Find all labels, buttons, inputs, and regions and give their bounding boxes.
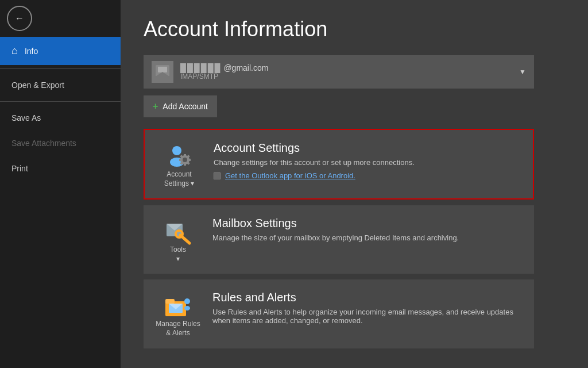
- home-icon: ⌂: [11, 45, 18, 57]
- plus-icon: +: [153, 101, 158, 112]
- main-content: Account Information ██████ @gmail.com IM…: [121, 0, 588, 368]
- tools-card-label: Tools▾: [170, 246, 186, 263]
- link-checkbox-icon: [214, 172, 220, 179]
- account-settings-card-label: AccountSettings ▾: [164, 170, 195, 188]
- mailbox-settings-desc: Manage the size of your mailbox by empty…: [212, 233, 523, 242]
- rules-alerts-title: Rules and Alerts: [212, 291, 523, 304]
- svg-point-6: [183, 158, 187, 162]
- rules-icon: [164, 292, 192, 320]
- divider-2: [0, 101, 121, 102]
- sidebar-item-label: Info: [25, 47, 38, 56]
- divider-1: [0, 68, 121, 69]
- rules-alerts-card[interactable]: Manage Rules& Alerts Rules and Alerts Us…: [144, 279, 534, 348]
- email-domain: @gmail.com: [223, 63, 268, 72]
- outlook-app-link-text: Get the Outlook app for iOS or Android.: [225, 171, 355, 180]
- account-settings-card-body: Account Settings Change settings for thi…: [214, 140, 521, 180]
- sidebar-item-info[interactable]: ⌂ Info: [0, 37, 121, 65]
- rules-card-label: Manage Rules& Alerts: [156, 320, 200, 338]
- svg-rect-7: [184, 154, 186, 156]
- add-account-label: Add Account: [163, 102, 208, 111]
- email-prefix: ██████: [180, 63, 222, 72]
- account-settings-desc: Change settings for this account or set …: [214, 158, 521, 167]
- rules-alerts-card-body: Rules and Alerts Use Rules and Alerts to…: [212, 290, 523, 329]
- account-avatar-icon: [154, 64, 171, 80]
- tools-icon: [164, 218, 192, 246]
- svg-rect-8: [184, 163, 186, 166]
- page-title: Account Information: [144, 17, 565, 41]
- sidebar-item-save-as[interactable]: Save As: [0, 105, 121, 131]
- svg-rect-1: [158, 67, 167, 72]
- sidebar: ← ⌂ Info Open & Export Save As Save Atta…: [0, 0, 121, 368]
- rules-alerts-icon-area: Manage Rules& Alerts: [155, 290, 201, 338]
- sidebar-item-save-attachments: Save Attachments: [0, 131, 121, 156]
- dropdown-arrow-icon: ▼: [519, 68, 526, 76]
- mailbox-settings-card-body: Mailbox Settings Manage the size of your…: [212, 216, 523, 247]
- mailbox-settings-icon-area: Tools▾: [155, 216, 201, 263]
- account-selector[interactable]: ██████ @gmail.com IMAP/SMTP ▼: [144, 55, 534, 89]
- account-settings-title: Account Settings: [214, 141, 521, 155]
- sidebar-item-print[interactable]: Print: [0, 156, 121, 181]
- svg-point-23: [184, 298, 190, 304]
- back-button[interactable]: ←: [7, 6, 32, 31]
- sidebar-item-label: Print: [11, 164, 28, 173]
- account-type: IMAP/SMTP: [180, 72, 512, 80]
- svg-rect-9: [179, 159, 181, 161]
- account-email: ██████ @gmail.com: [180, 63, 512, 72]
- outlook-app-link[interactable]: Get the Outlook app for iOS or Android.: [214, 171, 521, 180]
- rules-alerts-desc: Use Rules and Alerts to help organize yo…: [212, 308, 523, 325]
- add-account-button[interactable]: + Add Account: [144, 95, 217, 117]
- mailbox-settings-card[interactable]: Tools▾ Mailbox Settings Manage the size …: [144, 205, 534, 274]
- svg-rect-20: [165, 299, 175, 304]
- account-info: ██████ @gmail.com IMAP/SMTP: [180, 63, 512, 80]
- account-settings-card[interactable]: AccountSettings ▾ Account Settings Chang…: [144, 129, 534, 200]
- sidebar-item-label: Open & Export: [11, 80, 64, 90]
- sidebar-item-open-export[interactable]: Open & Export: [0, 72, 121, 98]
- mailbox-settings-title: Mailbox Settings: [212, 217, 523, 230]
- account-settings-icon-area: AccountSettings ▾: [156, 140, 202, 188]
- sidebar-item-label: Save As: [11, 113, 41, 122]
- svg-point-3: [172, 146, 181, 155]
- account-settings-icon: [165, 143, 193, 170]
- sidebar-item-label: Save Attachments: [11, 139, 76, 148]
- back-icon: ←: [15, 13, 24, 24]
- account-icon: [152, 61, 173, 83]
- svg-rect-10: [188, 159, 191, 161]
- svg-point-24: [184, 306, 190, 310]
